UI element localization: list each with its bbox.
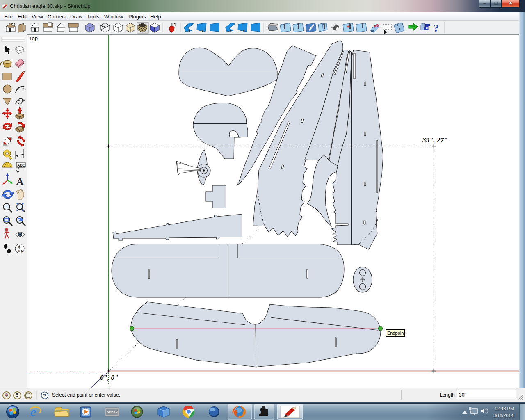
svg-text:D: D [426,26,428,30]
svg-text:WinTV: WinTV [107,410,118,414]
svg-text:0", 0": 0", 0" [100,374,118,381]
svg-text:2: 2 [401,23,403,26]
svg-text:?: ? [434,22,439,34]
svg-text:?: ? [43,393,46,399]
svg-text:Top: Top [29,35,38,41]
svg-text:39", 27": 39", 27" [422,136,447,144]
svg-text:C: C [18,246,20,249]
svg-text:R·S: R·S [18,249,23,252]
svg-text:Endpoint: Endpoint [387,331,405,336]
svg-text:x: x [243,29,245,33]
svg-text:1: 1 [397,23,399,27]
svg-text:x: x [201,29,204,33]
svg-text:A: A [16,176,24,187]
svg-text:ABC: ABC [17,163,25,167]
svg-text:x: x [188,29,191,33]
svg-text:x: x [230,29,232,33]
svg-text:3: 3 [399,27,401,31]
svg-text:?: ? [174,22,177,27]
